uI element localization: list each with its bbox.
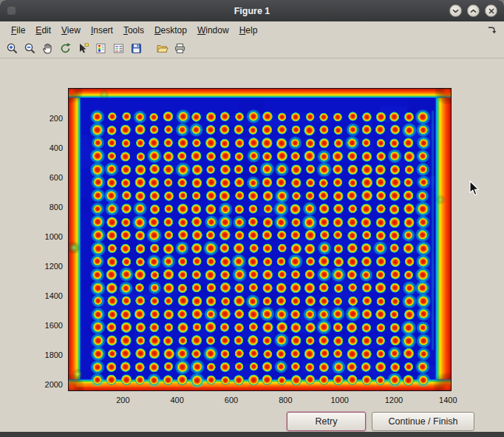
menu-item-view[interactable]: View (56, 24, 86, 37)
y-tick-label: 1400 (33, 291, 63, 300)
insert-colorbar-button[interactable] (92, 41, 109, 56)
zoom-in-button[interactable] (4, 41, 20, 56)
chevron-up-icon (470, 9, 477, 13)
x-tick-label: 200 (111, 396, 134, 404)
save-figure-button[interactable] (128, 41, 144, 56)
menu-item-tools[interactable]: Tools (118, 24, 149, 37)
toolbar-separator (146, 41, 152, 56)
menu-items: FileEditViewInsertToolsDesktopWindowHelp (6, 24, 262, 37)
y-tick-label: 2000 (33, 380, 63, 389)
window-title: Figure 1 (0, 6, 504, 16)
x-tick-label: 1000 (328, 396, 352, 404)
y-tick-label: 1800 (33, 350, 63, 359)
close-x-icon (488, 8, 494, 14)
y-tick-label: 400 (33, 143, 63, 152)
pan-button[interactable] (39, 41, 55, 56)
rotate-3d-button[interactable] (57, 41, 73, 56)
y-tick-label: 1200 (33, 262, 63, 271)
y-tick-label: 1000 (33, 232, 63, 241)
window-controls (449, 4, 497, 17)
figure-toolbar (0, 38, 504, 58)
menu-item-insert[interactable]: Insert (86, 24, 118, 37)
save-figure-icon (130, 42, 143, 55)
menu-item-desktop[interactable]: Desktop (149, 24, 192, 37)
insert-colorbar-icon (95, 42, 107, 55)
insert-legend-icon (112, 42, 125, 55)
data-cursor-icon (77, 42, 89, 55)
insert-legend-button[interactable] (110, 41, 126, 56)
x-tick-label: 400 (166, 396, 189, 404)
y-tick-label: 1600 (33, 321, 63, 330)
x-tick-label: 600 (219, 396, 243, 404)
menu-item-file[interactable]: File (6, 24, 30, 37)
chevron-down-icon (452, 9, 459, 13)
print-figure-button[interactable] (171, 41, 188, 56)
y-tick-label: 200 (33, 114, 63, 123)
open-file-icon (156, 42, 168, 55)
menu-overflow-arrow-icon[interactable] (487, 25, 498, 35)
maximize-button[interactable] (467, 4, 480, 17)
continue-finish-button[interactable]: Continue / Finish (372, 412, 474, 431)
print-figure-icon (174, 42, 186, 55)
rotate-3d-icon (59, 42, 72, 55)
open-file-button[interactable] (154, 41, 170, 56)
window-bottom-edge (0, 432, 504, 437)
zoom-out-button[interactable] (21, 41, 38, 56)
menu-bar: FileEditViewInsertToolsDesktopWindowHelp (0, 21, 504, 38)
minimize-button[interactable] (449, 4, 462, 17)
figure-window: Figure 1 FileEditViewInsertToolsDesktopW… (0, 0, 504, 437)
retry-button[interactable]: Retry (287, 412, 366, 431)
zoom-out-icon (24, 42, 36, 55)
y-tick-label: 600 (33, 173, 63, 182)
title-bar[interactable]: Figure 1 (0, 0, 504, 21)
menu-item-window[interactable]: Window (192, 24, 234, 37)
menu-item-edit[interactable]: Edit (30, 24, 56, 37)
x-tick-label: 1400 (436, 396, 460, 404)
close-button[interactable] (485, 4, 497, 17)
plot-canvas[interactable] (68, 88, 452, 391)
pan-icon (41, 42, 54, 55)
data-cursor-button[interactable] (75, 41, 91, 56)
menu-item-help[interactable]: Help (234, 24, 263, 37)
window-menu-icon[interactable] (7, 7, 16, 15)
x-tick-label: 1200 (382, 396, 406, 404)
zoom-in-icon (6, 42, 18, 55)
y-tick-label: 800 (33, 203, 63, 211)
x-tick-label: 800 (273, 396, 297, 404)
